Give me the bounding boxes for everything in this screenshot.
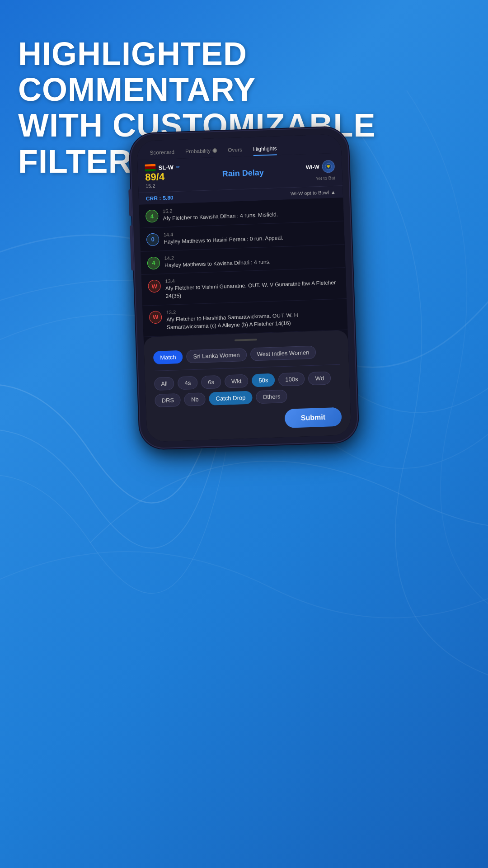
submit-button[interactable]: Submit: [284, 407, 342, 428]
chip-wkt[interactable]: Wkt: [225, 374, 249, 388]
phone-screen: Scorecard Probability Overs Highlights: [137, 134, 352, 442]
event-filter-section: All 4s 6s Wkt 50s 100s Wd DRS Nb Catch D…: [154, 371, 341, 407]
prob-dot-icon: [212, 148, 217, 153]
ball-info-4: 13.2 Afy Fletcher to Harshitha Samarawic…: [166, 304, 341, 331]
ball-badge-0-icon: 0: [146, 233, 160, 246]
chip-match[interactable]: Match: [153, 350, 183, 364]
chip-50s[interactable]: 50s: [252, 373, 275, 387]
sheet-handle: [235, 339, 257, 341]
ball-info-0: 15.2 Afy Fletcher to Kavisha Dilhari : 4…: [163, 203, 338, 222]
chevron-up-icon: ▲: [331, 189, 336, 195]
chip-catch-drop[interactable]: Catch Drop: [209, 391, 253, 405]
ball-info-1: 14.4 Hayley Matthews to Hasini Perera : …: [164, 226, 338, 245]
wi-badge-icon: [322, 160, 335, 173]
chip-wd[interactable]: Wd: [308, 371, 331, 385]
score-row: SL-W ✏ 89/4 15.2 Rain Delay WI-W: [145, 158, 335, 189]
ball-badge-4b-icon: 4: [147, 256, 160, 269]
edit-icon: ✏: [176, 164, 180, 169]
tab-overs[interactable]: Overs: [222, 143, 248, 157]
chip-others[interactable]: Others: [256, 389, 287, 403]
crr-label: CRR :: [146, 195, 161, 202]
chip-sl-women[interactable]: Sri Lanka Women: [186, 348, 247, 363]
chip-100s[interactable]: 100s: [278, 372, 305, 386]
ball-badge-4-icon: 4: [145, 210, 159, 223]
chip-6s[interactable]: 6s: [201, 375, 221, 389]
chip-drs[interactable]: DRS: [155, 393, 181, 407]
phone-outer: Scorecard Probability Overs Highlights: [130, 127, 358, 448]
score-overs: 15.2: [145, 183, 155, 189]
headline-line1: HIGHLIGHTED COMMENTARY: [18, 36, 470, 108]
event-filter-chips: All 4s 6s Wkt 50s 100s Wd DRS Nb Catch D…: [154, 371, 341, 407]
sl-flag-icon: [145, 164, 156, 172]
chip-wi-women[interactable]: West Indies Women: [250, 345, 316, 361]
tab-probability[interactable]: Probability: [180, 143, 223, 158]
team-left: SL-W ✏: [145, 163, 180, 172]
score-value: 89/4: [145, 171, 165, 183]
filter-divider: [154, 364, 340, 371]
chip-all[interactable]: All: [154, 377, 174, 391]
tab-scorecard[interactable]: Scorecard: [144, 145, 180, 160]
team-right-code: WI-W: [306, 164, 319, 170]
submit-row: Submit: [155, 407, 342, 432]
ball-badge-w2-icon: W: [149, 311, 162, 324]
crr-value: 5.80: [163, 194, 174, 201]
commentary-list: 4 15.2 Afy Fletcher to Kavisha Dilhari :…: [139, 198, 347, 337]
phone-mockup: Scorecard Probability Overs Highlights: [130, 127, 358, 448]
team-filter-chips: Match Sri Lanka Women West Indies Women: [153, 344, 340, 364]
yet-to-bat: Yet to Bat: [315, 175, 335, 180]
bottom-sheet: Match Sri Lanka Women West Indies Women …: [144, 330, 352, 442]
team-right: WI-W Yet to Bat: [305, 160, 335, 181]
ball-info-2: 14.2 Hayley Matthews to Kavisha Dilhari …: [164, 249, 339, 269]
ball-badge-w-icon: W: [148, 280, 161, 293]
chip-4s[interactable]: 4s: [178, 376, 198, 390]
tab-highlights[interactable]: Highlights: [248, 142, 283, 156]
chip-nb[interactable]: Nb: [184, 392, 206, 406]
ball-info-3: 13.4 Afy Fletcher to Vishmi Gunaratne. O…: [165, 273, 340, 300]
team-left-code: SL-W: [158, 164, 174, 171]
opt-bowl: WI-W opt to Bowl ▲: [291, 189, 336, 196]
match-status: Rain Delay: [180, 166, 306, 180]
team-filter-section: Match Sri Lanka Women West Indies Women: [153, 344, 340, 364]
